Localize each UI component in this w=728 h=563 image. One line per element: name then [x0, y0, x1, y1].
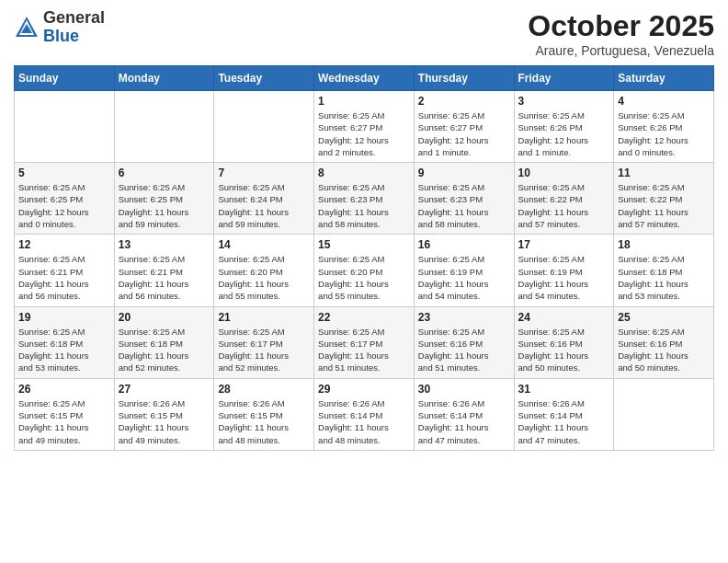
day-info: Sunrise: 6:25 AM Sunset: 6:19 PM Dayligh… — [418, 253, 510, 302]
day-info: Sunrise: 6:25 AM Sunset: 6:23 PM Dayligh… — [318, 181, 410, 230]
day-info: Sunrise: 6:25 AM Sunset: 6:16 PM Dayligh… — [618, 326, 710, 374]
calendar-cell: 23Sunrise: 6:25 AM Sunset: 6:16 PM Dayli… — [414, 306, 514, 378]
title-section: October 2025 Araure, Portuguesa, Venezue… — [528, 9, 714, 58]
calendar-cell: 20Sunrise: 6:25 AM Sunset: 6:18 PM Dayli… — [114, 306, 214, 378]
day-number: 27 — [119, 383, 210, 396]
calendar-cell: 11Sunrise: 6:25 AM Sunset: 6:22 PM Dayli… — [614, 163, 714, 235]
day-number: 24 — [518, 311, 610, 324]
day-number: 9 — [418, 167, 510, 179]
day-info: Sunrise: 6:25 AM Sunset: 6:18 PM Dayligh… — [119, 326, 210, 374]
weekday-header-wednesday: Wednesday — [314, 66, 415, 91]
calendar-cell: 2Sunrise: 6:25 AM Sunset: 6:27 PM Daylig… — [414, 91, 514, 163]
calendar-cell: 14Sunrise: 6:25 AM Sunset: 6:20 PM Dayli… — [214, 235, 314, 306]
calendar-cell: 5Sunrise: 6:25 AM Sunset: 6:25 PM Daylig… — [15, 163, 115, 235]
calendar-cell: 21Sunrise: 6:25 AM Sunset: 6:17 PM Dayli… — [214, 306, 314, 378]
day-info: Sunrise: 6:25 AM Sunset: 6:26 PM Dayligh… — [618, 109, 710, 158]
calendar-cell: 10Sunrise: 6:25 AM Sunset: 6:22 PM Dayli… — [514, 163, 614, 235]
day-number: 1 — [318, 95, 410, 108]
calendar-cell: 6Sunrise: 6:25 AM Sunset: 6:25 PM Daylig… — [114, 163, 214, 235]
calendar-week-row: 1Sunrise: 6:25 AM Sunset: 6:27 PM Daylig… — [15, 91, 714, 163]
day-info: Sunrise: 6:25 AM Sunset: 6:22 PM Dayligh… — [618, 181, 710, 230]
day-info: Sunrise: 6:25 AM Sunset: 6:25 PM Dayligh… — [18, 181, 110, 230]
weekday-header-saturday: Saturday — [614, 66, 714, 91]
calendar-cell: 15Sunrise: 6:25 AM Sunset: 6:20 PM Dayli… — [314, 235, 415, 306]
day-number: 21 — [218, 311, 310, 324]
calendar-cell: 12Sunrise: 6:25 AM Sunset: 6:21 PM Dayli… — [15, 235, 115, 306]
day-number: 15 — [318, 238, 410, 251]
day-number: 25 — [618, 311, 710, 324]
day-info: Sunrise: 6:26 AM Sunset: 6:14 PM Dayligh… — [518, 397, 610, 446]
day-number: 22 — [318, 311, 410, 324]
day-info: Sunrise: 6:25 AM Sunset: 6:22 PM Dayligh… — [518, 181, 610, 230]
calendar-cell: 3Sunrise: 6:25 AM Sunset: 6:26 PM Daylig… — [514, 91, 614, 163]
day-info: Sunrise: 6:25 AM Sunset: 6:27 PM Dayligh… — [318, 109, 410, 158]
calendar-week-row: 5Sunrise: 6:25 AM Sunset: 6:25 PM Daylig… — [15, 163, 714, 235]
calendar-cell: 7Sunrise: 6:25 AM Sunset: 6:24 PM Daylig… — [214, 163, 314, 235]
logo-blue-text: Blue — [43, 28, 105, 46]
day-info: Sunrise: 6:25 AM Sunset: 6:27 PM Dayligh… — [418, 109, 510, 158]
calendar-cell: 31Sunrise: 6:26 AM Sunset: 6:14 PM Dayli… — [514, 378, 614, 450]
weekday-header-tuesday: Tuesday — [214, 66, 314, 91]
day-number: 26 — [18, 383, 110, 396]
day-info: Sunrise: 6:25 AM Sunset: 6:25 PM Dayligh… — [119, 181, 210, 230]
logo-icon — [14, 15, 40, 40]
day-info: Sunrise: 6:25 AM Sunset: 6:18 PM Dayligh… — [618, 253, 710, 302]
header: General Blue October 2025 Araure, Portug… — [14, 9, 714, 58]
logo-general-text: General — [43, 9, 105, 28]
day-number: 2 — [418, 95, 510, 108]
month-title: October 2025 — [528, 9, 714, 43]
calendar-cell: 17Sunrise: 6:25 AM Sunset: 6:19 PM Dayli… — [514, 235, 614, 306]
day-info: Sunrise: 6:25 AM Sunset: 6:20 PM Dayligh… — [318, 253, 410, 302]
day-number: 13 — [119, 238, 210, 251]
calendar-cell — [214, 91, 314, 163]
day-info: Sunrise: 6:25 AM Sunset: 6:21 PM Dayligh… — [119, 253, 210, 302]
weekday-header-thursday: Thursday — [414, 66, 514, 91]
day-number: 18 — [618, 238, 710, 251]
weekday-header-row: SundayMondayTuesdayWednesdayThursdayFrid… — [15, 66, 714, 91]
calendar-cell: 13Sunrise: 6:25 AM Sunset: 6:21 PM Dayli… — [114, 235, 214, 306]
day-info: Sunrise: 6:25 AM Sunset: 6:23 PM Dayligh… — [418, 181, 510, 230]
day-number: 17 — [518, 238, 610, 251]
calendar-cell: 4Sunrise: 6:25 AM Sunset: 6:26 PM Daylig… — [614, 91, 714, 163]
day-info: Sunrise: 6:26 AM Sunset: 6:15 PM Dayligh… — [119, 397, 210, 446]
day-number: 31 — [518, 383, 610, 396]
day-info: Sunrise: 6:25 AM Sunset: 6:15 PM Dayligh… — [18, 397, 110, 446]
day-info: Sunrise: 6:25 AM Sunset: 6:17 PM Dayligh… — [218, 326, 310, 374]
weekday-header-friday: Friday — [514, 66, 614, 91]
day-number: 8 — [318, 167, 410, 179]
day-info: Sunrise: 6:25 AM Sunset: 6:16 PM Dayligh… — [418, 326, 510, 374]
calendar-table: SundayMondayTuesdayWednesdayThursdayFrid… — [14, 65, 714, 451]
calendar-cell: 22Sunrise: 6:25 AM Sunset: 6:17 PM Dayli… — [314, 306, 415, 378]
day-number: 30 — [418, 383, 510, 396]
day-info: Sunrise: 6:26 AM Sunset: 6:14 PM Dayligh… — [318, 397, 410, 446]
day-number: 11 — [618, 167, 710, 179]
logo: General Blue — [14, 9, 105, 46]
weekday-header-sunday: Sunday — [15, 66, 115, 91]
calendar-cell: 26Sunrise: 6:25 AM Sunset: 6:15 PM Dayli… — [15, 378, 115, 450]
day-info: Sunrise: 6:25 AM Sunset: 6:16 PM Dayligh… — [518, 326, 610, 374]
calendar-cell: 18Sunrise: 6:25 AM Sunset: 6:18 PM Dayli… — [614, 235, 714, 306]
day-info: Sunrise: 6:25 AM Sunset: 6:17 PM Dayligh… — [318, 326, 410, 374]
day-info: Sunrise: 6:25 AM Sunset: 6:24 PM Dayligh… — [218, 181, 310, 230]
page: General Blue October 2025 Araure, Portug… — [0, 0, 728, 563]
calendar-cell: 27Sunrise: 6:26 AM Sunset: 6:15 PM Dayli… — [114, 378, 214, 450]
calendar-cell: 8Sunrise: 6:25 AM Sunset: 6:23 PM Daylig… — [314, 163, 415, 235]
calendar-cell: 16Sunrise: 6:25 AM Sunset: 6:19 PM Dayli… — [414, 235, 514, 306]
day-number: 16 — [418, 238, 510, 251]
calendar-cell: 28Sunrise: 6:26 AM Sunset: 6:15 PM Dayli… — [214, 378, 314, 450]
day-number: 19 — [18, 311, 110, 324]
calendar-cell: 30Sunrise: 6:26 AM Sunset: 6:14 PM Dayli… — [414, 378, 514, 450]
calendar-cell — [15, 91, 115, 163]
calendar-cell: 29Sunrise: 6:26 AM Sunset: 6:14 PM Dayli… — [314, 378, 415, 450]
day-info: Sunrise: 6:26 AM Sunset: 6:14 PM Dayligh… — [418, 397, 510, 446]
calendar-cell — [614, 378, 714, 450]
day-number: 28 — [218, 383, 310, 396]
calendar-cell: 19Sunrise: 6:25 AM Sunset: 6:18 PM Dayli… — [15, 306, 115, 378]
calendar-cell: 9Sunrise: 6:25 AM Sunset: 6:23 PM Daylig… — [414, 163, 514, 235]
day-number: 23 — [418, 311, 510, 324]
calendar-week-row: 12Sunrise: 6:25 AM Sunset: 6:21 PM Dayli… — [15, 235, 714, 306]
calendar-cell — [114, 91, 214, 163]
day-number: 5 — [18, 167, 110, 179]
day-info: Sunrise: 6:25 AM Sunset: 6:18 PM Dayligh… — [18, 326, 110, 374]
logo-text: General Blue — [43, 9, 105, 46]
